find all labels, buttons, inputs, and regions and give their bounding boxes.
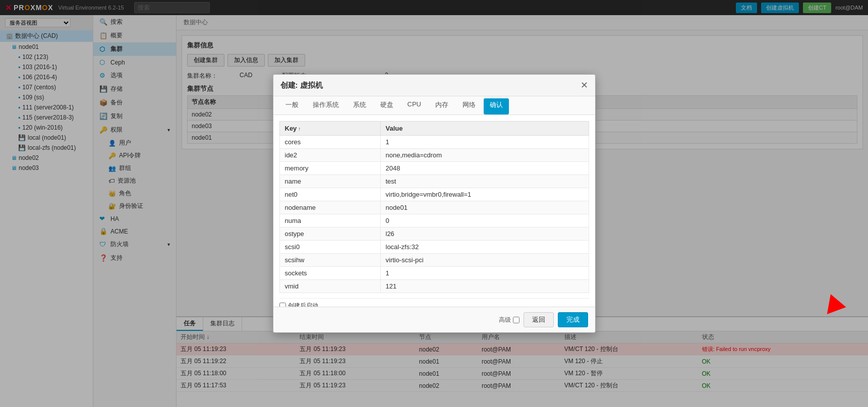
key-column-header: Key: [279, 122, 380, 136]
confirm-row: ostype l26: [279, 227, 589, 241]
modal-tabs: 一般 操作系统 系统 硬盘 CPU 内存 网络 确认: [273, 96, 595, 115]
finish-button[interactable]: 完成: [558, 312, 588, 327]
tab-network[interactable]: 网络: [455, 96, 483, 114]
modal-footer: 高级 返回 完成: [273, 307, 595, 332]
tab-general[interactable]: 一般: [278, 96, 306, 114]
autostart-container: 创建后启动: [279, 298, 589, 307]
confirm-row: vmid 121: [279, 280, 589, 293]
confirm-row: memory 2048: [279, 162, 589, 175]
tab-system[interactable]: 系统: [346, 96, 373, 114]
tab-cpu[interactable]: CPU: [400, 96, 428, 114]
confirm-row: name test: [279, 175, 589, 188]
tab-disk[interactable]: 硬盘: [373, 96, 400, 114]
modal-header: 创建: 虚拟机 ✕: [273, 75, 595, 96]
autostart-label: 创建后启动: [279, 302, 589, 307]
confirm-row: nodename node01: [279, 201, 589, 214]
modal-overlay: 创建: 虚拟机 ✕ 一般 操作系统 系统 硬盘 CPU 内存 网络 确认 Key…: [0, 0, 868, 407]
tab-os[interactable]: 操作系统: [306, 96, 346, 114]
autostart-checkbox[interactable]: [279, 303, 286, 307]
confirm-row: ide2 none,media=cdrom: [279, 149, 589, 162]
back-button[interactable]: 返回: [524, 312, 554, 327]
confirm-row: cores 1: [279, 136, 589, 149]
confirm-row: scsi0 local-zfs:32: [279, 241, 589, 254]
advanced-label: 高级: [499, 316, 519, 324]
modal-body: Key Value cores 1 ide2 none,media=cdrom …: [273, 115, 595, 307]
confirm-table: Key Value cores 1 ide2 none,media=cdrom …: [279, 121, 589, 293]
modal-close-button[interactable]: ✕: [581, 80, 588, 91]
confirm-row: numa 0: [279, 214, 589, 227]
advanced-checkbox[interactable]: [513, 317, 519, 323]
tab-confirm[interactable]: 确认: [484, 98, 509, 114]
value-column-header: Value: [380, 122, 589, 136]
confirm-row: scsihw virtio-scsi-pci: [279, 254, 589, 267]
tab-memory[interactable]: 内存: [428, 96, 455, 114]
create-vm-modal: 创建: 虚拟机 ✕ 一般 操作系统 系统 硬盘 CPU 内存 网络 确认 Key…: [273, 74, 596, 333]
confirm-row: net0 virtio,bridge=vmbr0,firewall=1: [279, 188, 589, 201]
confirm-row: sockets 1: [279, 267, 589, 280]
modal-title: 创建: 虚拟机: [280, 81, 323, 90]
